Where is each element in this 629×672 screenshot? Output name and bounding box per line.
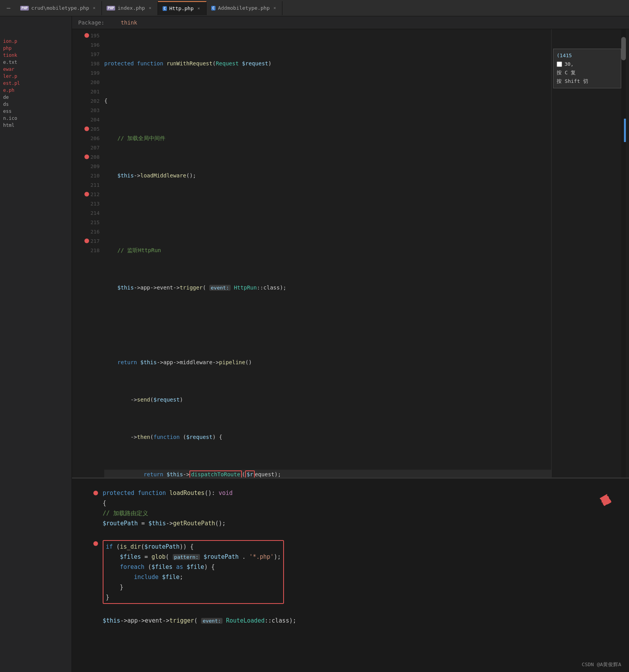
- code-line-202: [104, 320, 551, 330]
- bottom-line-1: protected function loadRoutes(): void: [103, 488, 629, 498]
- tab-index-close[interactable]: ×: [147, 5, 153, 11]
- scrollbar-area: (1415 30, 按 C 复 按 Shift 切: [551, 29, 629, 477]
- top-code-section: 195 196 197 198 199 200 201 202 203 204 …: [72, 29, 629, 477]
- line-num-210: 210: [72, 171, 101, 180]
- tab-http-close[interactable]: ×: [196, 6, 201, 11]
- popup-line1: 按 C 复: [557, 68, 618, 77]
- sidebar-item-13[interactable]: html: [0, 122, 72, 129]
- sidebar-item-12[interactable]: n.ico: [0, 115, 72, 122]
- tab-addmobile[interactable]: C Addmobiletype.php ×: [207, 1, 282, 15]
- line-num-203: 203: [72, 105, 101, 115]
- code-line-200: // 监听HttpRun: [104, 246, 551, 255]
- code-line-205: ->then(function ($request) {: [104, 432, 551, 442]
- line-num-218: 218: [72, 246, 101, 255]
- bottom-line-6: if (is_dir($routePath)) {: [106, 542, 281, 552]
- code-content-top: protected function runWithRequest(Reques…: [101, 29, 551, 477]
- line-num-213: 213: [72, 199, 101, 208]
- bottom-gutter-empty1: [93, 498, 101, 508]
- sidebar-item-6[interactable]: ler.p: [0, 73, 72, 80]
- sidebar-item-9[interactable]: de: [0, 94, 72, 101]
- line-num-211: 211: [72, 180, 101, 189]
- sidebar-item-10[interactable]: ds: [0, 101, 72, 108]
- code-line-203: return $this->app->middleware->pipeline(…: [104, 358, 551, 367]
- bottom-gutter-empty4: [93, 528, 101, 539]
- sidebar-item-4[interactable]: e.txt: [0, 59, 72, 66]
- tab-crud[interactable]: PHP crud\mobiletype.php ×: [16, 1, 102, 15]
- bottom-gutter-bp1: [93, 488, 101, 498]
- line-num-206: 206: [72, 133, 101, 143]
- code-line-196: {: [104, 96, 551, 105]
- package-value: think: [121, 19, 137, 26]
- popup-checkbox-row: 30,: [557, 60, 618, 68]
- bottom-gutter-empty2: [93, 508, 101, 518]
- minimap-highlight: [624, 119, 626, 142]
- red-block: if (is_dir($routePath)) { $files = glob(…: [103, 540, 284, 604]
- scrollbar-track[interactable]: [621, 29, 626, 477]
- popup-title: (1415: [557, 51, 618, 60]
- line-num-204: 204: [72, 115, 101, 124]
- line-num-195: 195: [72, 31, 101, 40]
- code-line-201: $this->app->event->trigger( event: HttpR…: [104, 283, 551, 292]
- sidebar-item-8[interactable]: e.ph: [0, 87, 72, 94]
- popup-checkbox[interactable]: [557, 61, 562, 67]
- sidebar-item-5[interactable]: ewar: [0, 66, 72, 73]
- line-num-215: 215: [72, 218, 101, 227]
- tab-bar: − PHP crud\mobiletype.php × PHP index.ph…: [0, 0, 629, 16]
- sidebar-item-1[interactable]: ion.p: [0, 38, 72, 45]
- line-num-216: 216: [72, 227, 101, 236]
- tab-http[interactable]: C Http.php ×: [158, 1, 207, 15]
- line-num-207: 207: [72, 143, 101, 152]
- package-bar: Package: think: [72, 16, 629, 29]
- php-icon: PHP: [20, 6, 29, 11]
- sidebar-item-11[interactable]: ess: [0, 108, 72, 115]
- tab-addmobile-label: Addmobiletype.php: [218, 5, 270, 11]
- code-line-204: ->send($request): [104, 395, 551, 404]
- line-numbers-gutter: 195 196 197 198 199 200 201 202 203 204 …: [72, 29, 101, 477]
- sidebar-item-2[interactable]: php: [0, 45, 72, 52]
- bottom-line-3: // 加载路由定义: [103, 508, 629, 518]
- bottom-section: 问题就在这段代码上面: [72, 477, 629, 672]
- sidebar-item-3[interactable]: tionk: [0, 52, 72, 59]
- line-num-201: 201: [72, 87, 101, 96]
- line-num-209: 209: [72, 161, 101, 171]
- line-num-205: 205: [72, 124, 101, 133]
- sidebar: ion.p php tionk e.txt ewar ler.p est.pl …: [0, 16, 72, 672]
- info-popup: (1415 30, 按 C 复 按 Shift 切: [553, 49, 621, 88]
- tab-crud-label: crud\mobiletype.php: [31, 5, 89, 11]
- code-line-206: return $this->dispatchToRoute($request);: [104, 470, 551, 477]
- popup-checkbox-label: 30,: [564, 60, 573, 68]
- tab-crud-close[interactable]: ×: [91, 5, 97, 11]
- popup-line2: 按 Shift 切: [557, 77, 618, 86]
- bottom-line-11: }: [106, 592, 281, 602]
- bottom-line-numbers: [72, 488, 93, 626]
- sidebar-item-7[interactable]: est.pl: [0, 80, 72, 87]
- bottom-line-13: $this->app->event->trigger( event: Route…: [103, 616, 629, 626]
- line-num-196: 196: [72, 40, 101, 49]
- code-line-195: protected function runWithRequest(Reques…: [104, 59, 551, 68]
- line-num-217: 217: [72, 236, 101, 246]
- bottom-line-8: foreach ($files as $file) {: [106, 562, 281, 572]
- c-icon: C: [163, 6, 167, 11]
- line-num-200: 200: [72, 77, 101, 87]
- code-line-197: // 加载全局中间件: [104, 133, 551, 143]
- line-num-202: 202: [72, 96, 101, 105]
- collapse-sidebar-button[interactable]: −: [3, 3, 14, 14]
- main-area: ion.p php tionk e.txt ewar ler.p est.pl …: [0, 16, 629, 672]
- bottom-code-wrapper: protected function loadRoutes(): void { …: [72, 485, 629, 626]
- bottom-line-4: $routePath = $this->getRoutePath();: [103, 518, 629, 528]
- bottom-gutter-bp2: [93, 539, 101, 549]
- tab-index[interactable]: PHP index.php ×: [102, 1, 158, 15]
- tab-addmobile-close[interactable]: ×: [272, 5, 277, 11]
- bottom-line-7: $files = glob( pattern: $routePath . '*.…: [106, 552, 281, 562]
- scrollbar-thumb[interactable]: [621, 37, 626, 60]
- tab-index-label: index.php: [117, 5, 145, 11]
- tab-http-label: Http.php: [169, 5, 194, 11]
- bottom-gutter-empty3: [93, 518, 101, 528]
- code-line-199: [104, 208, 551, 218]
- bottom-line-2: {: [103, 498, 629, 508]
- bottom-line-9: include $file;: [106, 572, 281, 582]
- line-num-214: 214: [72, 208, 101, 218]
- bottom-line-12: [103, 605, 629, 616]
- csdn-watermark: CSDN @A黄俊辉A: [582, 661, 621, 668]
- line-num-199: 199: [72, 68, 101, 77]
